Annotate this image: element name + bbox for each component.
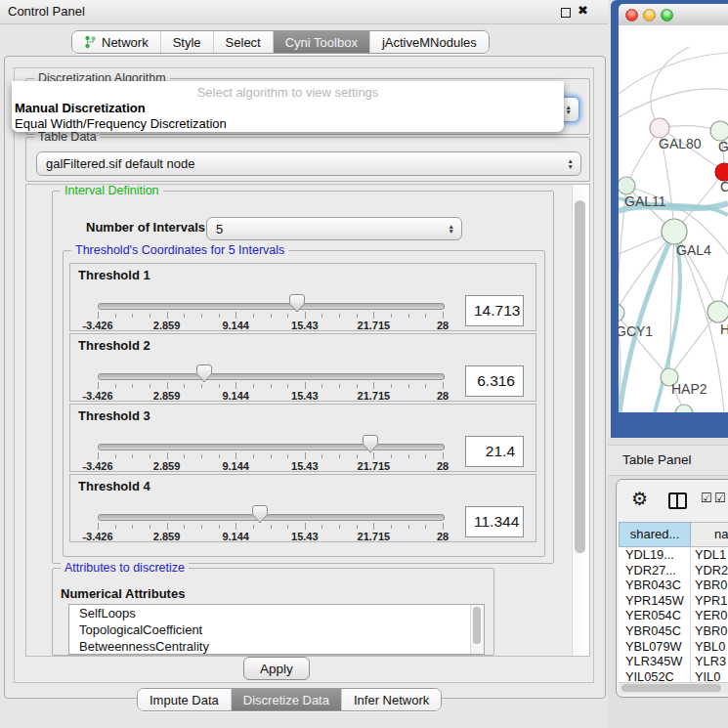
network-node[interactable]	[650, 118, 669, 138]
network-node[interactable]	[707, 301, 728, 322]
table-row[interactable]: YER054CYER0	[619, 608, 728, 623]
split-view-icon[interactable]	[668, 492, 687, 509]
tab-label: jActiveMNodules	[382, 35, 477, 50]
checkbox-icon[interactable]: ☑	[701, 491, 712, 505]
table-horizontal-scrollbar[interactable]	[619, 682, 728, 694]
numerical-attributes-list[interactable]: SelfLoopsTopologicalCoefficientBetweenne…	[68, 604, 485, 655]
network-edge[interactable]	[619, 89, 728, 117]
popup-option[interactable]: Equal Width/Frequency Discretization	[12, 116, 564, 132]
tab-discretize-data[interactable]: Discretize Data	[231, 689, 341, 710]
numerical-attributes-label: Numerical Attributes	[61, 586, 185, 601]
slider-thumb[interactable]	[196, 364, 212, 383]
traffic-light-minimize-icon[interactable]	[643, 9, 656, 21]
slider-track[interactable]	[98, 444, 445, 450]
attribute-list-item[interactable]: BetweennessCentrality	[69, 638, 484, 655]
tick-mark	[132, 454, 133, 458]
network-node[interactable]	[619, 177, 635, 194]
network-node[interactable]	[710, 121, 728, 141]
slider-thumb[interactable]	[363, 435, 378, 453]
cell-name: YBR0	[691, 578, 727, 593]
checkbox-icon[interactable]: ☑	[714, 491, 726, 505]
traffic-light-zoom-icon[interactable]	[661, 9, 673, 21]
network-node[interactable]	[662, 219, 687, 244]
table-row[interactable]: YDL19...YDL1	[619, 547, 728, 563]
tab-infer-network[interactable]: Infer Network	[341, 689, 441, 710]
cell-name: YBL0	[691, 639, 725, 655]
table-row[interactable]: YDR27...YDR2	[619, 563, 728, 578]
network-node-label: GCY1	[619, 323, 653, 339]
tick-mark	[219, 525, 220, 529]
cell-shared-name: YBR043C	[619, 578, 691, 593]
table-row[interactable]: YBR045CYBR0	[619, 623, 728, 639]
tab-select[interactable]: Select	[213, 31, 273, 53]
tick-mark	[150, 454, 150, 458]
close-icon[interactable]: ✖	[578, 3, 588, 18]
table-panel-title: Table Panel	[622, 452, 692, 467]
slider-track[interactable]	[98, 514, 445, 521]
slider-thumb[interactable]	[289, 294, 305, 313]
scrollbar-thumb[interactable]	[575, 200, 585, 553]
tab-impute-data[interactable]: Impute Data	[138, 689, 231, 710]
table-body: YDL19...YDL1YDR27...YDR2YBR043CYBR0YPR14…	[619, 547, 728, 684]
network-edge[interactable]	[718, 131, 728, 312]
attribute-list-item[interactable]: SelfLoops	[69, 605, 484, 621]
gear-icon[interactable]: ⚙	[631, 488, 648, 510]
cell-shared-name: YPR145W	[619, 593, 691, 609]
threshold-panel: Threshold 3-3.4262.8599.14415.4321.71528…	[69, 404, 536, 472]
cell-name: YDR2	[691, 563, 728, 578]
tab-jactivemnodules[interactable]: jActiveMNodules	[369, 31, 489, 53]
cell-name: YDL1	[691, 547, 726, 563]
slider-track[interactable]	[98, 303, 445, 310]
tick-mark	[425, 314, 426, 318]
tab-network[interactable]: Network	[72, 31, 160, 53]
group-title-table-data: Table Data	[34, 130, 101, 144]
tick-mark	[201, 525, 202, 529]
attribute-list-item[interactable]: TopologicalCoefficient	[69, 621, 484, 638]
traffic-light-close-icon[interactable]	[625, 9, 638, 21]
threshold-value-field[interactable]: 14.713	[465, 295, 524, 326]
table-row[interactable]: YLR345WYLR3	[619, 654, 728, 669]
table-row[interactable]: YBR043CYBR0	[619, 578, 728, 593]
tick-label: 15.43	[291, 390, 319, 402]
scrollbar-thumb[interactable]	[621, 684, 721, 692]
attributes-list-scrollbar[interactable]	[470, 605, 484, 654]
tick-label: 28	[437, 460, 449, 472]
apply-button[interactable]: Apply	[243, 657, 310, 680]
tick-mark	[287, 525, 288, 529]
network-edge[interactable]	[619, 53, 728, 94]
number-of-intervals-combobox[interactable]: 5 ▲▼	[206, 217, 462, 240]
cell-name: YBR0	[691, 623, 727, 639]
network-node[interactable]	[619, 304, 624, 321]
tick-label: 2.859	[153, 320, 181, 331]
table-panel: ⚙ ☑ ☑ shared... na YDL19...YDL1YDR27...Y…	[616, 479, 728, 698]
column-header-shared[interactable]: shared...	[619, 522, 691, 547]
column-header-name[interactable]: na	[691, 522, 728, 547]
slider-thumb[interactable]	[252, 505, 268, 524]
tick-mark	[115, 384, 116, 388]
cyni-toolbox-panel: Discretization Algorithm ▲▼ Table Data g…	[4, 56, 606, 699]
slider-track[interactable]	[98, 373, 445, 380]
threshold-value-field[interactable]: 11.344	[465, 506, 524, 537]
tick-mark	[201, 384, 202, 388]
popup-option[interactable]: Manual Discretization	[12, 101, 564, 116]
float-window-icon[interactable]	[561, 8, 571, 18]
table-data-combobox[interactable]: galFiltered.sif default node ▲▼	[36, 151, 581, 176]
table-header[interactable]: shared... na	[619, 522, 728, 547]
scrollbar-thumb[interactable]	[473, 607, 481, 644]
main-vertical-scrollbar[interactable]	[572, 185, 589, 656]
group-title-thresholds: Threshold's Coordinates for 5 Intervals	[71, 243, 288, 257]
threshold-value-field[interactable]: 21.4	[465, 436, 524, 467]
tick-mark	[201, 314, 202, 318]
table-row[interactable]: YPR145WYPR1	[619, 593, 728, 609]
tab-style[interactable]: Style	[160, 31, 213, 53]
network-canvas[interactable]: GAL80GACGAL11GAL4GCY1HHAP2	[619, 25, 728, 412]
table-row[interactable]: YBL079WYBL0	[619, 639, 728, 655]
network-node[interactable]	[675, 405, 693, 412]
tick-mark	[184, 454, 185, 458]
tick-label: 9.144	[222, 531, 249, 542]
threshold-value-field[interactable]: 6.316	[465, 365, 524, 397]
tick-mark	[373, 312, 374, 319]
network-view-window: GAL80GACGAL11GAL4GCY1HHAP2	[611, 0, 728, 438]
tab-cyni-toolbox[interactable]: Cyni Toolbox	[273, 31, 369, 53]
network-edge[interactable]	[651, 47, 689, 128]
